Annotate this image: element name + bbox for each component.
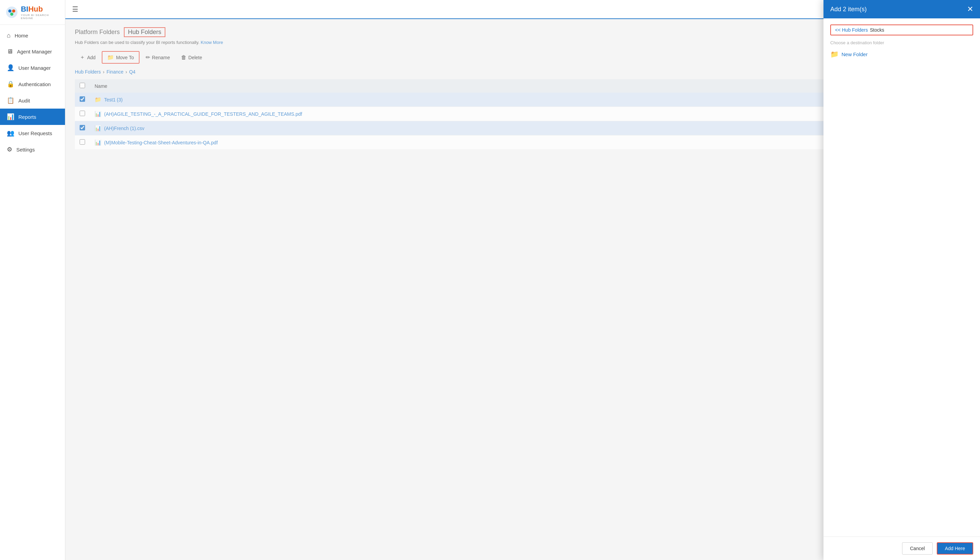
svg-point-3 <box>10 13 13 16</box>
folder-icon: 📁 <box>95 96 101 103</box>
move-to-button[interactable]: 📁 Move To <box>102 51 140 64</box>
logo: BIHub YOUR BI SEARCH ENGINE <box>0 0 65 25</box>
rename-icon: ✏ <box>146 54 150 61</box>
panel-header: Add 2 item(s) ✕ <box>824 0 980 18</box>
sidebar-item-home[interactable]: ⌂ Home <box>0 28 65 43</box>
choose-label: Choose a destination folder <box>830 40 973 45</box>
sidebar-item-user-manager[interactable]: 👤 User Manager <box>0 60 65 76</box>
sidebar-item-home-label: Home <box>15 33 28 38</box>
delete-button[interactable]: 🗑 Delete <box>176 52 207 63</box>
row-checkbox[interactable] <box>80 111 85 116</box>
sidebar-nav: ⌂ Home 🖥 Agent Manager 👤 User Manager 🔒 … <box>0 25 65 158</box>
breadcrumb-hub-folders[interactable]: Hub Folders <box>75 69 101 75</box>
panel-current-folder: Stocks <box>870 27 884 33</box>
hamburger-icon[interactable]: ☰ <box>72 5 78 13</box>
svg-point-1 <box>8 10 11 13</box>
sidebar-item-audit[interactable]: 📋 Audit <box>0 92 65 108</box>
select-all-checkbox[interactable] <box>80 83 85 88</box>
sidebar-item-authentication-label: Authentication <box>18 82 51 87</box>
row-checkbox[interactable] <box>80 125 85 130</box>
reports-icon: 📊 <box>7 113 14 120</box>
agent-manager-icon: 🖥 <box>7 48 13 55</box>
add-here-button[interactable]: Add Here <box>937 542 973 555</box>
file-icon: 📊 <box>95 139 101 146</box>
svg-point-0 <box>6 7 17 18</box>
add-icon: ＋ <box>80 54 85 61</box>
sidebar-item-user-manager-label: User Manager <box>18 65 51 71</box>
sidebar-item-agent-manager-label: Agent Manager <box>17 49 52 55</box>
logo-bi: BI <box>21 5 28 13</box>
logo-sub: YOUR BI SEARCH ENGINE <box>21 13 60 20</box>
user-manager-icon: 👤 <box>7 64 14 72</box>
audit-icon: 📋 <box>7 97 14 104</box>
user-requests-icon: 👥 <box>7 129 14 137</box>
breadcrumb-sep-1: › <box>103 69 105 75</box>
sidebar-item-authentication[interactable]: 🔒 Authentication <box>0 76 65 92</box>
panel-back-link[interactable]: << Hub Folders <box>835 27 868 33</box>
logo-icon <box>5 5 18 19</box>
row-checkbox[interactable] <box>80 96 85 102</box>
sidebar-item-settings[interactable]: ⚙ Settings <box>0 141 65 158</box>
settings-icon: ⚙ <box>7 146 12 153</box>
cancel-button[interactable]: Cancel <box>902 542 933 555</box>
authentication-icon: 🔒 <box>7 80 14 88</box>
file-icon: 📊 <box>95 125 101 132</box>
add-items-panel: Add 2 item(s) ✕ << Hub Folders Stocks Ch… <box>824 0 980 560</box>
sidebar-item-agent-manager[interactable]: 🖥 Agent Manager <box>0 43 65 60</box>
th-checkbox <box>75 79 90 93</box>
panel-close-button[interactable]: ✕ <box>967 5 973 13</box>
breadcrumb-finance[interactable]: Finance <box>106 69 123 75</box>
sidebar-item-reports-label: Reports <box>18 114 37 120</box>
logo-text: BIHub YOUR BI SEARCH ENGINE <box>21 5 60 20</box>
new-folder-icon: 📁 <box>830 50 839 58</box>
logo-hub: Hub <box>28 5 43 13</box>
know-more-link[interactable]: Know More <box>201 40 223 45</box>
breadcrumb-q4[interactable]: Q4 <box>129 69 135 75</box>
panel-title: Add 2 item(s) <box>830 6 867 13</box>
breadcrumb-sep-2: › <box>126 69 127 75</box>
panel-footer: Cancel Add Here <box>824 537 980 560</box>
page-title: Platform Folders <box>75 28 120 36</box>
file-icon: 📊 <box>95 111 101 117</box>
sidebar: BIHub YOUR BI SEARCH ENGINE ⌂ Home 🖥 Age… <box>0 0 65 560</box>
rename-button[interactable]: ✏ Rename <box>141 52 175 63</box>
row-checkbox[interactable] <box>80 139 85 145</box>
new-folder-button[interactable]: 📁 New Folder <box>830 50 973 58</box>
sidebar-item-reports[interactable]: 📊 Reports <box>0 108 65 125</box>
main-area: ☰ Platform Folders Hub Folders Hub Folde… <box>65 0 980 560</box>
home-icon: ⌂ <box>7 32 10 39</box>
sidebar-item-settings-label: Settings <box>16 147 35 153</box>
panel-breadcrumb-nav: << Hub Folders Stocks <box>830 25 973 35</box>
sidebar-item-audit-label: Audit <box>18 98 30 103</box>
move-icon: 📁 <box>107 54 114 61</box>
delete-icon: 🗑 <box>181 55 186 61</box>
sidebar-item-user-requests-label: User Requests <box>18 130 52 136</box>
svg-point-2 <box>12 10 15 13</box>
sidebar-item-user-requests[interactable]: 👥 User Requests <box>0 125 65 141</box>
hub-folders-badge: Hub Folders <box>124 27 165 37</box>
add-button[interactable]: ＋ Add <box>75 52 100 63</box>
panel-body: << Hub Folders Stocks Choose a destinati… <box>824 18 980 537</box>
